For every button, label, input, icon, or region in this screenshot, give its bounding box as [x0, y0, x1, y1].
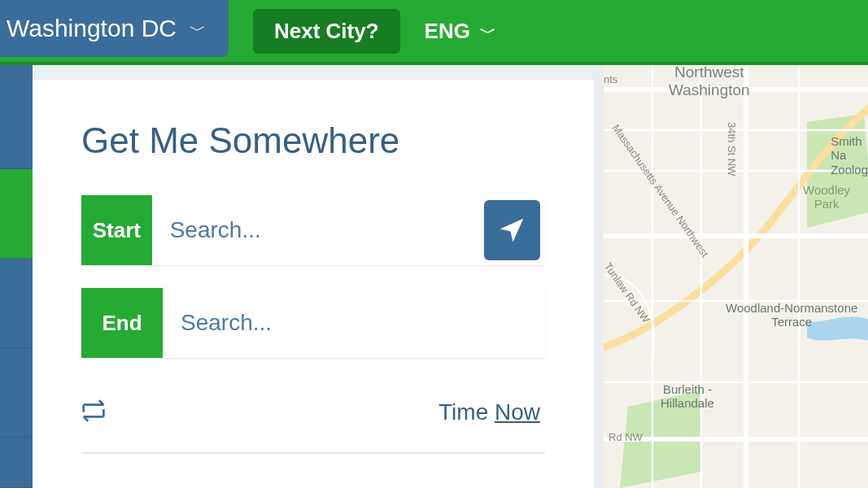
map-area-smith: SmithNaZoolog: [831, 134, 868, 176]
nav-item-2[interactable]: [0, 169, 33, 259]
next-city-button[interactable]: Next City?: [253, 9, 400, 54]
language-selector[interactable]: ENG ﹀: [425, 19, 496, 44]
map-road-rdnw: Rd NW: [608, 431, 643, 443]
city-selector[interactable]: Washington DC ﹀: [0, 0, 229, 57]
city-name: Washington DC: [7, 15, 177, 42]
end-row: End: [81, 288, 545, 358]
panel-footer-row: Time Now: [81, 381, 545, 454]
time-label: Time: [438, 399, 488, 425]
map-area-woodland: Woodland-NormanstoneTerrace: [726, 301, 857, 329]
start-input[interactable]: [152, 195, 479, 265]
map-road-nts: nts: [604, 73, 617, 85]
language-code: ENG: [425, 19, 470, 44]
nav-rail: [0, 65, 33, 488]
directions-panel: Get Me Somewhere Start End Time Now: [33, 65, 594, 488]
start-row: Start: [81, 195, 545, 265]
start-label: Start: [81, 195, 152, 265]
chevron-down-icon: ﹀: [480, 24, 496, 41]
nav-item-4[interactable]: [0, 348, 33, 438]
map-area-burleith: Burleith -Hillandale: [661, 382, 714, 411]
map-area-woodley: WoodleyPark: [803, 183, 850, 211]
nav-item-3[interactable]: [0, 259, 33, 348]
navigate-arrow-icon: [496, 215, 527, 246]
map-road-34th: 34th St NW: [726, 122, 738, 176]
swap-button[interactable]: [81, 397, 116, 428]
swap-icon: [81, 397, 116, 425]
locate-button[interactable]: [484, 200, 540, 260]
top-bar: Washington DC ﹀ Next City? ENG ﹀: [0, 0, 868, 65]
time-value-link[interactable]: Now: [495, 399, 540, 425]
main-body: Get Me Somewhere Start End Time Now: [0, 65, 868, 488]
time-row: Time Now: [438, 399, 540, 425]
nav-item-5[interactable]: [0, 438, 33, 488]
end-label: End: [81, 288, 163, 358]
nav-spacer: [0, 65, 33, 80]
map-area-northwest: NorthwestWashington: [669, 65, 750, 99]
map[interactable]: NorthwestWashington SmithNaZoolog Woodle…: [594, 65, 868, 488]
nav-item-1[interactable]: [0, 80, 33, 169]
end-input[interactable]: [163, 288, 545, 358]
chevron-down-icon: ﹀: [190, 22, 206, 38]
panel-title: Get Me Somewhere: [81, 120, 545, 161]
